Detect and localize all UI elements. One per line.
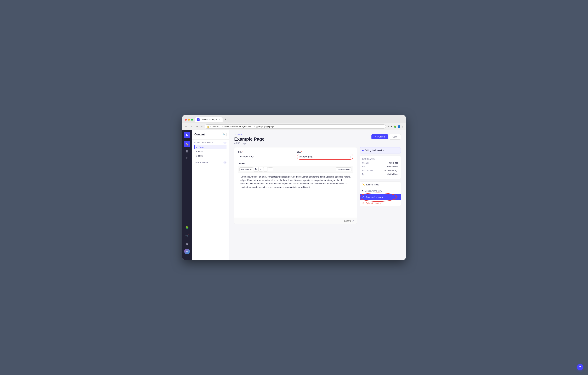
tab-bar: S Content Manager × + ⌄ <box>195 117 403 122</box>
sidebar-item-post[interactable]: Post <box>194 149 227 154</box>
delete-entry-label: Delete this entry <box>366 202 381 204</box>
close-traffic-light[interactable] <box>185 118 187 121</box>
content-area: Title* Slug* ↻ <box>234 147 401 224</box>
italic-btn[interactable]: I <box>258 167 263 171</box>
sidebar-dot-user <box>196 156 197 157</box>
minimize-traffic-light[interactable] <box>188 118 190 121</box>
maximize-traffic-light[interactable] <box>191 118 193 121</box>
open-draft-label: Open draft preview <box>366 196 383 198</box>
sidebar-search-btn[interactable]: 🔍 <box>222 132 227 137</box>
share-icon[interactable]: ⬆ <box>387 125 389 128</box>
app-logo[interactable]: S <box>184 132 190 138</box>
sidebar-item-page[interactable]: Page <box>194 145 227 149</box>
bookmark-icon[interactable]: ★ <box>390 125 393 128</box>
configure-view-label: Configure the view <box>365 190 382 192</box>
new-tab-btn[interactable]: + <box>224 117 227 122</box>
header-left: ← BACK Example Page API ID : page <box>234 133 264 145</box>
editor-content[interactable]: Lorem ipsum dolor sit amet, consectetur … <box>238 173 353 214</box>
by2-label: By <box>362 173 365 175</box>
open-draft-action[interactable]: ↗ Open draft preview <box>360 194 401 200</box>
menu-icon[interactable]: ⋮ <box>401 125 404 128</box>
back-label: BACK <box>238 134 243 136</box>
list-icon: ≡ <box>362 190 364 192</box>
underline-btn[interactable]: U <box>263 167 268 171</box>
expand-icon: ⤢ <box>352 219 354 222</box>
editor-toolbar: Add a title B I U … <box>238 166 353 173</box>
url-text: localhost:1337/admin/content-manager/col… <box>210 125 276 128</box>
sidebar-item-user[interactable]: User <box>194 154 227 158</box>
address-bar[interactable]: 🔒 localhost:1337/admin/content-manager/c… <box>205 124 386 129</box>
draft-badge: Editing draft version <box>360 147 401 153</box>
page-title: Example Page <box>234 137 264 142</box>
title-group: Title* <box>238 151 294 160</box>
sidebar-item-user-label: User <box>198 155 203 157</box>
actions-panel: ✏️ Edit the model ≡ Configure the view ↗… <box>360 182 401 206</box>
trash-icon: 🗑 <box>362 202 364 204</box>
last-update-row: Last update 24 minutes ago <box>362 169 398 172</box>
chevron-down-icon <box>250 168 252 170</box>
sidebar-icon-plugins[interactable]: 🧩 <box>184 224 190 230</box>
sidebar-nav: S ✏️ ▦ ⊞ 🧩 🛒 ⚙ MM › <box>182 130 192 260</box>
expand-label: Expand <box>344 220 351 222</box>
sidebar-item-page-label: Page <box>199 146 204 148</box>
slug-input[interactable] <box>297 154 353 159</box>
back-arrow-icon: ← <box>234 133 236 136</box>
main-content: ← BACK Example Page API ID : page ✓ Publ… <box>230 130 406 260</box>
sidebar-icon-content-types[interactable]: ⊞ <box>184 155 190 161</box>
toolbar-group-format: B I U … <box>254 167 273 171</box>
save-button[interactable]: Save <box>389 134 401 139</box>
bold-btn[interactable]: B <box>254 167 258 171</box>
sidebar-item-post-label: Post <box>198 150 203 153</box>
title-label: Title* <box>238 151 294 153</box>
delete-entry-action[interactable]: 🗑 Delete this entry <box>360 200 401 206</box>
expand-sidebar-btn[interactable]: › <box>187 256 187 258</box>
external-link-icon: ↗ <box>362 196 364 198</box>
draft-text: Editing draft version <box>365 149 384 151</box>
sidebar-icon-marketplace[interactable]: 🛒 <box>184 233 190 239</box>
form-panel: Title* Slug* ↻ <box>234 147 357 224</box>
edit-model-action[interactable]: ✏️ Edit the model <box>360 182 401 188</box>
single-types-count: 0 <box>223 161 227 164</box>
forward-nav-btn[interactable]: → <box>189 125 194 129</box>
toolbar-icons: ⬆ ★ 🧩 👤 ⋮ <box>387 125 404 128</box>
publish-button[interactable]: ✓ Publish <box>371 134 388 139</box>
sidebar-icon-media[interactable]: ▦ <box>184 148 190 154</box>
help-button[interactable]: ? <box>577 364 583 370</box>
content-editor-group: Content Add a title <box>238 162 353 214</box>
collection-types-count: 3 <box>223 142 227 144</box>
reload-btn[interactable]: ↻ <box>195 125 199 129</box>
expand-btn[interactable]: Expand ⤢ <box>344 219 354 222</box>
add-title-btn[interactable]: Add a title <box>239 167 253 171</box>
configure-view-action[interactable]: ≡ Configure the view <box>360 188 401 194</box>
created-label: Created <box>362 162 369 164</box>
slug-label: Slug* <box>297 151 353 153</box>
sidebar-dot-post <box>196 151 197 152</box>
info-title: INFORMATION <box>362 158 398 160</box>
more-btn[interactable]: … <box>268 167 273 171</box>
avatar-initials: MM <box>186 251 189 252</box>
extension-icon2[interactable]: 👤 <box>398 125 400 128</box>
editor-container: Add a title B I U … <box>238 166 353 214</box>
by2-row: By Matt Milburn <box>362 173 398 175</box>
sidebar-icon-content[interactable]: ✏️ <box>184 141 190 147</box>
home-btn[interactable]: ⌂ <box>200 125 203 129</box>
slug-refresh-icon[interactable]: ↻ <box>349 155 352 158</box>
sidebar-header: Content 🔍 <box>192 130 229 139</box>
preview-mode-btn[interactable]: Preview mode <box>336 167 352 171</box>
by-value: Matt Milburn <box>387 165 398 168</box>
by-label: By <box>362 165 365 168</box>
sidebar-icon-settings[interactable]: ⚙ <box>184 241 190 247</box>
back-nav-btn[interactable]: ← <box>184 125 188 129</box>
page-api-id: API ID : page <box>234 142 264 145</box>
extension-icon1[interactable]: 🧩 <box>394 125 397 128</box>
title-input[interactable] <box>238 154 294 159</box>
tab-close-btn[interactable]: × <box>219 118 220 121</box>
edit-model-label: Edit the model <box>366 183 379 186</box>
tab-menu-btn[interactable]: ⌄ <box>401 118 403 121</box>
browser-toolbar: ← → ↻ ⌂ 🔒 localhost:1337/admin/content-m… <box>182 123 406 130</box>
sidebar-dot-page <box>196 147 197 148</box>
active-tab[interactable]: S Content Manager × <box>195 117 222 122</box>
back-link[interactable]: ← BACK <box>234 133 264 136</box>
user-avatar[interactable]: MM <box>184 249 190 254</box>
single-types-header: SINGLE TYPES 0 <box>194 161 227 164</box>
